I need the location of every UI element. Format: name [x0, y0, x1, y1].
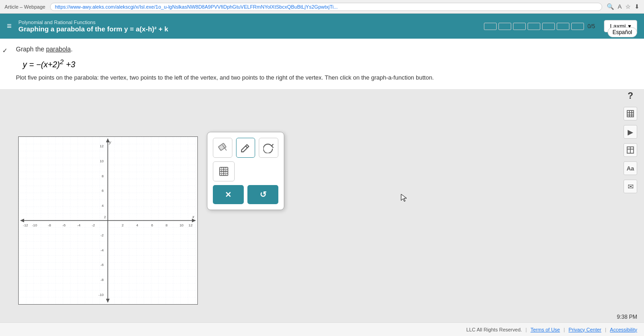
main-content: ✓ Graph the parabola. y = −(x+2)2 +3 Plo…: [0, 39, 644, 89]
action-buttons-row: × ↺: [213, 185, 278, 204]
grid-tool-button[interactable]: [213, 161, 235, 181]
accessibility-link[interactable]: Accessibility: [610, 327, 637, 332]
grid-sidebar-button[interactable]: [624, 107, 637, 120]
cancel-button[interactable]: ×: [213, 185, 244, 204]
bookmark-icon[interactable]: ☆: [625, 3, 631, 10]
progress-boxes: [484, 23, 584, 30]
svg-text:8: 8: [102, 174, 104, 178]
svg-line-42: [246, 146, 247, 148]
svg-text:-6: -6: [62, 223, 66, 227]
svg-text:-2: -2: [92, 223, 96, 227]
terms-link[interactable]: Terms of Use: [530, 327, 560, 332]
progress-box-3: [513, 23, 526, 30]
table-sidebar-button[interactable]: [624, 143, 637, 157]
svg-text:10: 10: [100, 159, 104, 163]
copyright-text: LLC All Rights Reserved.: [466, 327, 522, 332]
parabola-link[interactable]: parabola: [46, 45, 71, 53]
right-sidebar: ? ▶ Aa ✉: [624, 89, 637, 193]
graph-container[interactable]: 2 4 6 8 10 12 -2 -4 -6 -8 -10 -12 4 6 8 …: [18, 136, 198, 305]
svg-text:2: 2: [104, 215, 106, 219]
svg-text:6: 6: [102, 189, 104, 193]
svg-text:y: y: [109, 140, 111, 145]
hamburger-menu[interactable]: ≡: [7, 21, 12, 31]
svg-text:-8: -8: [48, 223, 51, 227]
header-title: Graphing a parabola of the form y = a(x-…: [19, 25, 484, 33]
progress-label: 0/5: [588, 23, 595, 30]
privacy-link[interactable]: Privacy Center: [569, 327, 601, 332]
svg-text:-10: -10: [99, 293, 104, 297]
header-subtitle: Polynomial and Rational Functions: [19, 20, 484, 25]
svg-text:4: 4: [136, 223, 138, 227]
svg-text:-4: -4: [77, 223, 81, 227]
undo-curve-button[interactable]: [259, 138, 278, 158]
svg-text:-6: -6: [101, 263, 104, 267]
tool-buttons-row: [213, 138, 278, 158]
svg-text:-2: -2: [101, 233, 104, 237]
progress-area: 0/5: [484, 23, 595, 30]
progress-box-1: [484, 23, 497, 30]
svg-rect-40: [218, 143, 226, 150]
plot-instruction: Plot five points on the parabola: the ve…: [16, 73, 635, 82]
tab-label: Article – Webpage: [5, 4, 45, 10]
svg-text:-10: -10: [32, 223, 37, 227]
instruction-suffix: .: [71, 45, 73, 53]
header-text: Polynomial and Rational Functions Graphi…: [19, 20, 484, 33]
graph-svg: 2 4 6 8 10 12 -2 -4 -6 -8 -10 -12 4 6 8 …: [19, 137, 197, 304]
svg-text:2: 2: [122, 223, 124, 227]
play-sidebar-button[interactable]: ▶: [624, 125, 637, 139]
problem-text: Graph the parabola.: [16, 44, 635, 54]
toolbar-popup: × ↺: [207, 132, 284, 210]
svg-text:-8: -8: [101, 278, 104, 282]
mail-sidebar-button[interactable]: ✉: [624, 180, 637, 193]
progress-box-2: [498, 23, 511, 30]
mouse-cursor: [399, 193, 408, 202]
pencil-button[interactable]: [236, 138, 256, 158]
svg-text:6: 6: [151, 223, 153, 227]
eraser-button[interactable]: [213, 138, 232, 158]
svg-text:12: 12: [189, 223, 193, 227]
url-bar[interactable]: https://www-awy.aleks.com/alekscgi/x/Isl…: [50, 3, 603, 11]
tool-grid-row: [213, 161, 278, 181]
svg-text:8: 8: [166, 223, 168, 227]
progress-box-7: [571, 23, 584, 30]
progress-box-5: [542, 23, 555, 30]
browser-bar: Article – Webpage https://www-awy.aleks.…: [0, 0, 644, 14]
equation-display: y = −(x+2)2 +3: [23, 58, 635, 70]
svg-text:-4: -4: [101, 248, 104, 252]
svg-text:x: x: [192, 215, 195, 219]
svg-text:-12: -12: [23, 223, 28, 227]
progress-box-6: [557, 23, 569, 30]
download-icon[interactable]: ⬇: [634, 3, 639, 10]
font-sidebar-button[interactable]: Aa: [624, 161, 637, 175]
undo-button[interactable]: ↺: [247, 185, 278, 204]
help-button[interactable]: ?: [624, 89, 637, 102]
app-header: ≡ Polynomial and Rational Functions Grap…: [0, 14, 644, 39]
collapse-chevron[interactable]: ✓: [2, 47, 8, 54]
graph-section: 2 4 6 8 10 12 -2 -4 -6 -8 -10 -12 4 6 8 …: [18, 136, 198, 305]
svg-text:4: 4: [102, 204, 104, 208]
instruction-prefix: Graph the: [16, 45, 46, 53]
time-display: 9:38 PM: [617, 314, 637, 320]
progress-box-4: [528, 23, 540, 30]
svg-text:10: 10: [180, 223, 184, 227]
search-icon[interactable]: 🔍: [607, 3, 614, 10]
footer: LLC All Rights Reserved. | Terms of Use …: [0, 322, 644, 336]
svg-text:12: 12: [100, 144, 104, 148]
espanol-button[interactable]: Español: [608, 27, 637, 37]
svg-rect-0: [627, 110, 634, 117]
font-size-icon[interactable]: A: [618, 3, 622, 10]
